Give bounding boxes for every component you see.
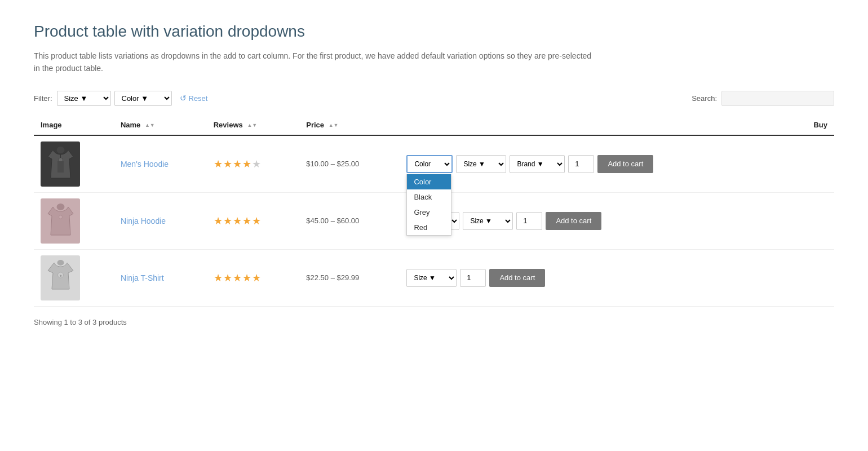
product-price-cell-row3: $22.50 – $29.99	[299, 249, 400, 306]
svg-point-0	[56, 147, 64, 153]
ninja-hoodie-svg	[45, 201, 76, 241]
product-name-cell: Men's Hoodie	[114, 135, 207, 193]
quantity-input-row2[interactable]	[516, 212, 542, 230]
product-buy-options-cell-row3: Size ▼ S M L Add to cart	[400, 249, 792, 306]
svg-text:✦: ✦	[59, 274, 62, 278]
product-name-link[interactable]: Men's Hoodie	[121, 160, 169, 169]
quantity-input-row1[interactable]	[568, 155, 594, 173]
showing-count: Showing 1 to 3 of 3 products	[34, 318, 834, 326]
reset-label: Reset	[189, 94, 208, 103]
color-option-black[interactable]: Black	[407, 189, 451, 205]
product-image-row2	[41, 198, 80, 244]
page-title: Product table with variation dropdowns	[34, 23, 834, 41]
product-reviews-cell-row2: ★★★★★	[207, 192, 300, 249]
product-table: Image Name ▲▼ Reviews ▲▼ Price ▲▼ Buy	[34, 115, 834, 307]
color-option-color[interactable]: Color	[407, 174, 451, 189]
product-image	[41, 142, 80, 187]
add-to-cart-button-row1[interactable]: Add to cart	[597, 155, 653, 173]
product-buy-options-cell: Color Black Grey Red Color Black Grey Re…	[400, 135, 792, 193]
col-image: Image	[34, 115, 114, 135]
buy-options: Color Black Grey Red Color Black Grey Re…	[406, 155, 786, 173]
product-image-row3: ✦	[41, 255, 80, 300]
product-stars-row3: ★★★★★	[214, 272, 262, 284]
color-option-red[interactable]: Red	[407, 220, 451, 235]
empty-cell-row3	[793, 249, 834, 306]
search-input[interactable]	[721, 91, 834, 106]
search-label: Search:	[692, 94, 717, 103]
reset-button[interactable]: ↺ Reset	[180, 94, 208, 103]
product-name-cell-row3: Ninja T-Shirt	[114, 249, 207, 306]
product-name-cell-row2: Ninja Hoodie	[114, 192, 207, 249]
toolbar: Filter: Size ▼ S M L XL Color ▼ Black Gr…	[34, 91, 834, 106]
hoodie-dark-svg	[45, 144, 76, 184]
product-stars-row2: ★★★★★	[214, 215, 262, 227]
product-reviews-cell: ★★★★★	[207, 135, 300, 193]
price-sort-icon: ▲▼	[329, 123, 339, 128]
svg-point-3	[56, 204, 64, 210]
empty-cell-row2	[793, 192, 834, 249]
col-price[interactable]: Price ▲▼	[299, 115, 400, 135]
add-to-cart-button-row3[interactable]: Add to cart	[489, 269, 545, 287]
size-filter-select[interactable]: Size ▼ S M L XL	[57, 91, 111, 106]
product-image-cell	[34, 135, 114, 193]
product-reviews-cell-row3: ★★★★★	[207, 249, 300, 306]
page-description: This product table lists variations as d…	[34, 50, 597, 75]
color-select[interactable]: Color Black Grey Red	[406, 155, 453, 173]
ninja-tshirt-svg: ✦	[45, 258, 76, 298]
product-name-link-row3[interactable]: Ninja T-Shirt	[121, 273, 164, 282]
svg-point-5	[57, 260, 64, 266]
product-price-cell: $10.00 – $25.00	[299, 135, 400, 193]
size-select-row3[interactable]: Size ▼ S M L	[406, 269, 457, 287]
filter-label: Filter:	[34, 94, 52, 103]
col-buy: Buy	[793, 115, 834, 135]
color-dropdown-wrapper: Color Black Grey Red Color Black Grey Re…	[406, 155, 453, 173]
color-option-grey[interactable]: Grey	[407, 205, 451, 220]
size-select-row2[interactable]: Size ▼ S M L	[463, 212, 513, 230]
table-header-row: Image Name ▲▼ Reviews ▲▼ Price ▲▼ Buy	[34, 115, 834, 135]
add-to-cart-button-row2[interactable]: Add to cart	[546, 212, 601, 230]
product-image-cell-row3: ✦	[34, 249, 114, 306]
quantity-input-row3[interactable]	[460, 269, 486, 287]
buy-options-row2: Color ▼ Black Grey Red Size ▼ S M L Add …	[406, 212, 786, 230]
color-dropdown-open: Color Black Grey Red	[406, 174, 451, 236]
product-buy-options-cell-row2: Color ▼ Black Grey Red Size ▼ S M L Add …	[400, 192, 792, 249]
color-filter-select[interactable]: Color ▼ Black Grey Red	[114, 91, 172, 106]
reviews-sort-icon: ▲▼	[247, 123, 257, 128]
product-image-cell-row2	[34, 192, 114, 249]
product-price-cell-row2: $45.00 – $60.00	[299, 192, 400, 249]
col-reviews[interactable]: Reviews ▲▼	[207, 115, 300, 135]
svg-point-4	[59, 215, 62, 219]
buy-options-row3: Size ▼ S M L Add to cart	[406, 269, 786, 287]
size-select-row1[interactable]: Size ▼ S M L	[456, 155, 506, 173]
product-stars: ★★★★	[214, 158, 252, 170]
reset-icon: ↺	[180, 94, 187, 103]
brand-select-row1[interactable]: Brand ▼	[510, 155, 565, 173]
table-row: Men's Hoodie ★★★★★ $10.00 – $25.00 Color…	[34, 135, 834, 193]
product-star-half: ★	[252, 158, 262, 170]
product-name-link-row2[interactable]: Ninja Hoodie	[121, 216, 166, 226]
table-row: ✦ Ninja T-Shirt ★★★★★ $22.50 – $29.99 Si…	[34, 249, 834, 306]
search-area: Search:	[692, 91, 834, 106]
empty-cell-row1	[793, 135, 834, 193]
col-variations	[400, 115, 792, 135]
name-sort-icon: ▲▼	[145, 123, 155, 128]
col-name[interactable]: Name ▲▼	[114, 115, 207, 135]
